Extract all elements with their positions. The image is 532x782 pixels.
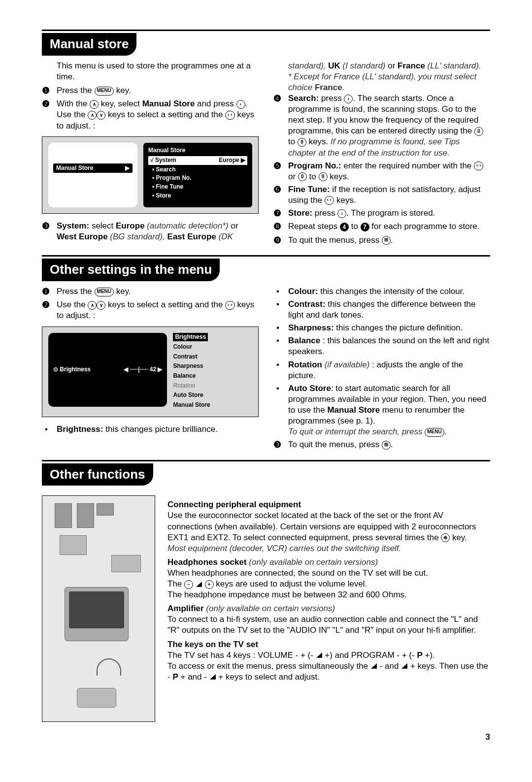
other-settings-right: •Colour: this changes the intensity of t… <box>273 286 490 453</box>
text: With the <box>57 99 87 108</box>
equipment-illustration <box>42 495 155 722</box>
step-3: ❸ System: select Europe (automatic detec… <box>42 221 259 242</box>
left-right-key-icon: ‹ › <box>474 162 483 170</box>
text: Search: <box>288 94 319 103</box>
list-item: Manual Store <box>173 401 252 409</box>
menu-row-value: Europe ▶ <box>219 157 245 164</box>
text: standard), <box>288 61 326 70</box>
volume-icon <box>401 663 408 669</box>
text: keys. <box>330 172 349 181</box>
menu-item: • Program No. <box>148 174 247 182</box>
left-right-key-icon: ‹ › <box>325 196 334 205</box>
text: (BG standard), <box>110 232 165 241</box>
picture-menu-figure: ⊙ Brightness ◀ ·····|····· 42 ▶ Brightne… <box>42 326 259 418</box>
text: keys. <box>336 196 356 205</box>
menu-item: • Search <box>148 166 247 174</box>
menu-right-title: Manual Store <box>148 147 247 155</box>
text: select <box>92 221 113 230</box>
step-num-6: ❻ <box>273 184 288 206</box>
text: Repeat steps <box>288 222 337 231</box>
step-1: ❶ Press the MENU key. <box>42 85 259 97</box>
step-num-5: ❺ <box>273 161 288 182</box>
step-num-3: ❸ <box>273 439 288 451</box>
page-number: 3 <box>42 732 490 743</box>
manual-store-columns: This menu is used to store the programme… <box>42 61 490 248</box>
menu-box-right: Manual Store √ System Europe ▶ • Search … <box>143 143 252 208</box>
subhead-headphones: Headphones socket (only available on cer… <box>167 557 490 568</box>
text: key, select <box>101 99 140 108</box>
list-item: Colour <box>173 343 252 351</box>
list-item-selected: Brightness <box>173 333 208 342</box>
menu-key-icon: MENU <box>95 288 114 296</box>
text: or <box>231 221 238 230</box>
step-1: ❶ Press the MENU key. <box>42 286 259 297</box>
text: To access or exit the menus, press simul… <box>167 661 490 683</box>
zero-key-icon: 0 <box>474 127 483 136</box>
text: enter the required number with the <box>343 161 471 170</box>
menu-box-left: Manual Store▶ <box>48 143 137 208</box>
manual-store-right-col: standard), UK (I standard) or France (LL… <box>273 61 490 248</box>
text: (LL' standard). <box>428 61 481 70</box>
manual-store-menu-figure: Manual Store▶ Manual Store √ System Euro… <box>42 136 259 214</box>
text: Use the <box>57 300 86 309</box>
up-key-icon: ∧ <box>88 111 97 120</box>
volume-icon <box>370 663 377 669</box>
minus-key-icon: − <box>184 580 193 589</box>
text: (automatic detection*) <box>147 221 228 230</box>
step-num-3: ❸ <box>42 221 57 242</box>
text: Manual Store <box>142 99 195 108</box>
volume-icon <box>196 582 202 587</box>
text: key. <box>116 287 131 296</box>
list-item: Auto Store <box>173 391 252 399</box>
list-item: Sharpness <box>173 362 252 370</box>
text: UK <box>328 61 340 70</box>
nine-key-icon: 9 <box>298 138 306 147</box>
exit-key-icon: ⊞ <box>382 236 391 245</box>
step-num-2: ❷ <box>42 98 57 131</box>
manual-store-left-col: This menu is used to store the programme… <box>42 61 259 248</box>
subhead-tv-keys: The keys on the TV set <box>167 639 490 650</box>
text: The − + keys are used to adjust the volu… <box>167 579 490 589</box>
rule <box>42 460 490 461</box>
step-2: ❷ With the ∧ key, select Manual Store an… <box>42 98 259 131</box>
step-num-7: ❼ <box>273 208 288 219</box>
list-item: Contrast <box>173 353 252 361</box>
text: Store: <box>288 208 312 218</box>
text: keys. <box>309 137 329 146</box>
text: this changes picture brilliance. <box>105 424 218 434</box>
text: System: <box>57 221 89 230</box>
text: for each programme to store. <box>371 222 479 231</box>
left-right-key-icon: ‹ › <box>225 301 234 310</box>
other-settings-left: ❶ Press the MENU key. ❷ Use the ∧∨ keys … <box>42 286 259 453</box>
subhead-peripheral: Connecting peripheral equipment <box>167 499 490 510</box>
text: Europe <box>116 221 145 230</box>
text: Use the euroconnector socket located at … <box>167 510 490 543</box>
text: To quit the menus, press <box>288 235 379 245</box>
volume-icon <box>316 652 323 658</box>
up-key-icon: ∧ <box>90 100 99 109</box>
step-num-8: ❽ <box>273 221 288 232</box>
right-key-icon: › <box>344 95 353 103</box>
exit-key-icon: ⊞ <box>382 441 391 450</box>
heading-other-functions: Other functions <box>42 463 153 486</box>
svg-marker-3 <box>401 663 407 669</box>
text: keys to select a setting and the <box>108 110 223 119</box>
text: When headphones are connected, the sound… <box>167 568 490 579</box>
ref-step-7: 7 <box>361 223 369 231</box>
right-key-icon: › <box>337 209 346 218</box>
tv-osd-box: ⊙ Brightness ◀ ·····|····· 42 ▶ <box>48 333 167 407</box>
text: To connect to a hi-fi system, use an aud… <box>167 614 490 636</box>
text: To quit the menus, press <box>288 440 379 449</box>
down-key-icon: ∨ <box>97 111 105 120</box>
menu-key-icon: MENU <box>425 428 444 437</box>
step-6: ❻ Fine Tune: if the reception is not sat… <box>273 184 490 206</box>
text: to <box>351 222 358 231</box>
down-key-icon: ∨ <box>97 301 105 310</box>
text: Fine Tune: <box>288 185 330 194</box>
step-7: ❼ Store: press ›. The program is stored. <box>273 208 490 219</box>
menu-item: • Fine Tune <box>148 183 247 191</box>
menu-left-label: Manual Store <box>56 164 93 172</box>
other-functions-row: Connecting peripheral equipment Use the … <box>42 495 490 722</box>
step-num-1: ❶ <box>42 85 57 97</box>
text: West Europe <box>57 232 108 241</box>
